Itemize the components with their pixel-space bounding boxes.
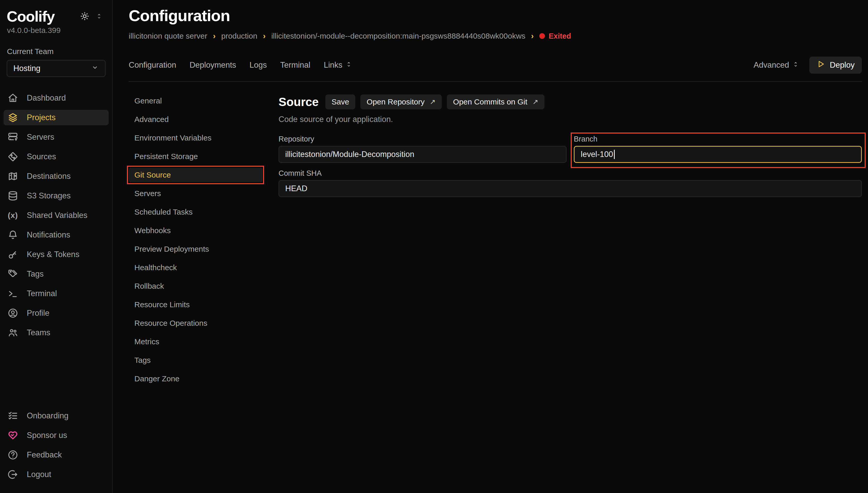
checklist-icon: [8, 411, 18, 421]
chevron-right-icon: ›: [263, 31, 266, 41]
commit-sha-field-group: Commit SHA: [278, 169, 862, 197]
tab-configuration[interactable]: Configuration: [129, 61, 176, 70]
breadcrumb-project[interactable]: illicitonion quote server: [129, 31, 207, 40]
tab-logs[interactable]: Logs: [250, 61, 267, 70]
team-select-value: Hosting: [14, 64, 40, 73]
sidebar-nav: Dashboard Projects Servers Sources Desti…: [0, 90, 112, 345]
text-cursor: [614, 150, 615, 159]
server-icon: [8, 132, 18, 142]
app-logo: Coolify: [7, 9, 55, 24]
branch-input[interactable]: level-100: [574, 146, 862, 163]
sidebar-item-teams[interactable]: Teams: [4, 325, 109, 340]
subnav-item-metrics[interactable]: Metrics: [129, 335, 262, 349]
key-icon: [8, 249, 18, 260]
subnav-item-preview-deployments[interactable]: Preview Deployments: [129, 242, 262, 256]
subnav-item-healthcheck[interactable]: Healthcheck: [129, 260, 262, 275]
sidebar: Coolify v4.0.0-beta.399 Current Team Hos…: [0, 0, 113, 493]
home-icon: [8, 93, 18, 103]
teams-icon: [8, 327, 18, 338]
theme-sun-icon[interactable]: [80, 12, 89, 22]
play-icon: [817, 60, 825, 70]
terminal-icon: [8, 288, 18, 299]
sidebar-item-servers[interactable]: Servers: [4, 129, 109, 145]
sidebar-item-tags[interactable]: Tags: [4, 266, 109, 282]
sidebar-spacer: [0, 345, 112, 408]
repository-label: Repository: [278, 135, 567, 143]
breadcrumb-environment[interactable]: production: [221, 31, 257, 40]
breadcrumb: illicitonion quote server › production ›…: [129, 31, 862, 41]
subnav-item-rollback[interactable]: Rollback: [129, 279, 262, 293]
sidebar-item-keys-tokens[interactable]: Keys & Tokens: [4, 247, 109, 262]
sidebar-item-notifications[interactable]: Notifications: [4, 227, 109, 243]
app-version: v4.0.0-beta.399: [0, 26, 112, 35]
open-commits-button[interactable]: Open Commits on Git ↗: [447, 94, 545, 109]
repository-input[interactable]: [278, 146, 567, 163]
logout-icon: [8, 469, 18, 479]
chevrons-up-down-icon: [345, 61, 352, 70]
sidebar-item-sponsor-us[interactable]: Sponsor us: [4, 428, 109, 443]
profile-icon: [8, 308, 18, 318]
chevron-right-icon: ›: [213, 31, 215, 41]
deploy-button[interactable]: Deploy: [809, 57, 862, 73]
sidebar-collapse-icon[interactable]: [96, 13, 103, 21]
subnav-item-environment-variables[interactable]: Environment Variables: [129, 131, 262, 145]
sidebar-item-profile[interactable]: Profile: [4, 305, 109, 321]
tab-terminal[interactable]: Terminal: [280, 61, 311, 70]
subnav-item-resource-operations[interactable]: Resource Operations: [129, 316, 262, 330]
tabbar-divider: [129, 81, 862, 82]
subnav-item-git-source[interactable]: Git Source: [129, 168, 262, 182]
sidebar-item-shared-variables[interactable]: (x) Shared Variables: [4, 208, 109, 223]
advanced-dropdown[interactable]: Advanced: [754, 61, 799, 70]
tab-deployments[interactable]: Deployments: [189, 61, 236, 70]
sidebar-item-feedback[interactable]: Feedback: [4, 447, 109, 463]
tab-bar: Configuration Deployments Logs Terminal …: [129, 57, 862, 73]
sidebar-item-onboarding[interactable]: Onboarding: [4, 408, 109, 424]
chevron-down-icon: [91, 64, 99, 73]
main-content: Configuration illicitonion quote server …: [113, 0, 868, 493]
team-select[interactable]: Hosting: [7, 60, 106, 77]
sidebar-item-sources[interactable]: Sources: [4, 149, 109, 165]
status-dot-icon: [539, 33, 545, 39]
sidebar-item-projects[interactable]: Projects: [4, 110, 109, 125]
commit-sha-input[interactable]: [278, 180, 862, 197]
chevrons-up-down-icon: [792, 61, 799, 70]
subnav-item-danger-zone[interactable]: Danger Zone: [129, 371, 262, 386]
sidebar-footer-nav: Onboarding Sponsor us Feedback Logout: [0, 408, 112, 486]
branch-label: Branch: [574, 135, 862, 143]
sidebar-item-s3-storages[interactable]: S3 Storages: [4, 188, 109, 203]
coolify-app: Coolify v4.0.0-beta.399 Current Team Hos…: [0, 0, 868, 493]
status-badge: Exited: [539, 32, 571, 40]
tab-links[interactable]: Links: [324, 61, 352, 70]
repository-field-group: Repository: [278, 135, 567, 163]
subnav-item-scheduled-tasks[interactable]: Scheduled Tasks: [129, 205, 262, 219]
section-subtitle: Code source of your application.: [278, 115, 862, 124]
subnav-item-general[interactable]: General: [129, 94, 262, 108]
current-team-label: Current Team: [0, 47, 112, 56]
bell-icon: [8, 230, 18, 240]
external-link-icon: ↗: [430, 98, 436, 106]
database-icon: [8, 191, 18, 201]
subnav-item-persistent-storage[interactable]: Persistent Storage: [129, 149, 262, 164]
section-title: Source: [278, 95, 319, 109]
subnav-item-servers[interactable]: Servers: [129, 186, 262, 201]
help-icon: [8, 450, 18, 460]
sidebar-item-logout[interactable]: Logout: [4, 467, 109, 482]
sidebar-item-terminal[interactable]: Terminal: [4, 286, 109, 301]
subnav-item-resource-limits[interactable]: Resource Limits: [129, 297, 262, 312]
breadcrumb-application[interactable]: illicitestonion/-module--decomposition:m…: [271, 31, 525, 40]
subnav-item-advanced[interactable]: Advanced: [129, 112, 262, 127]
subnav-item-webhooks[interactable]: Webhooks: [129, 223, 262, 238]
git-source-icon: [8, 152, 18, 162]
map-icon: [8, 171, 18, 181]
save-button[interactable]: Save: [325, 94, 355, 109]
external-link-icon: ↗: [533, 98, 538, 106]
sidebar-item-dashboard[interactable]: Dashboard: [4, 90, 109, 106]
branch-field-group: Branch level-100: [574, 135, 862, 163]
layers-icon: [8, 112, 18, 123]
open-repository-button[interactable]: Open Repository ↗: [360, 94, 442, 109]
sidebar-item-destinations[interactable]: Destinations: [4, 169, 109, 184]
commit-sha-label: Commit SHA: [278, 169, 862, 177]
subnav-item-tags[interactable]: Tags: [129, 353, 262, 367]
chevron-right-icon: ›: [531, 31, 534, 41]
heart-icon: [8, 430, 18, 441]
